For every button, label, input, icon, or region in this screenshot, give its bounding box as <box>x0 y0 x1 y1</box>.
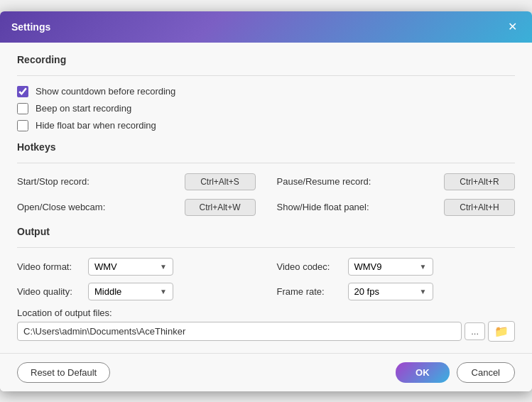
output-label-2: Video quality: <box>17 286 81 297</box>
frame-rate-dropdown[interactable]: 20 fps ▼ <box>348 283 433 300</box>
hotkey-row-3: Show/Hide float panel: Ctrl+Alt+H <box>277 199 516 216</box>
checkbox-beep[interactable] <box>17 103 28 114</box>
output-row-0: Video format: WMV ▼ <box>17 258 256 276</box>
close-button[interactable]: ✕ <box>504 18 521 36</box>
title-bar: Settings ✕ <box>0 11 532 43</box>
reset-button[interactable]: Reset to Default <box>17 362 110 383</box>
video-quality-value: Middle <box>94 286 121 297</box>
checkbox-show-countdown[interactable] <box>17 86 28 97</box>
output-grid: Video format: WMV ▼ Video codec: WMV9 ▼ … <box>17 258 515 300</box>
video-codec-value: WMV9 <box>354 261 382 272</box>
hotkey-badge-2[interactable]: Ctrl+Alt+W <box>185 199 256 216</box>
hotkey-row-2: Open/Close webcam: Ctrl+Alt+W <box>17 199 256 216</box>
checkbox-hide-float[interactable] <box>17 120 28 131</box>
output-label-3: Frame rate: <box>277 286 341 297</box>
checkbox-row-1: Beep on start recording <box>17 103 515 114</box>
settings-content: Recording Show countdown before recordin… <box>0 43 532 353</box>
recording-title: Recording <box>17 54 515 65</box>
recording-divider <box>17 75 515 76</box>
output-label-1: Video codec: <box>277 261 341 272</box>
hotkey-label-3: Show/Hide float panel: <box>277 202 369 212</box>
location-label: Location of output files: <box>17 308 515 318</box>
video-codec-arrow: ▼ <box>420 263 427 271</box>
checkbox-row-2: Hide float bar when recording <box>17 120 515 131</box>
hotkey-row-0: Start/Stop record: Ctrl+Alt+S <box>17 173 256 190</box>
location-input-row: ... 📁 <box>17 321 515 342</box>
footer: Reset to Default OK Cancel <box>0 353 532 391</box>
ok-button[interactable]: OK <box>396 362 450 383</box>
hotkeys-grid: Start/Stop record: Ctrl+Alt+S Pause/Resu… <box>17 173 515 216</box>
video-format-arrow: ▼ <box>160 263 167 271</box>
output-label-0: Video format: <box>17 261 81 272</box>
video-format-value: WMV <box>94 261 117 272</box>
hotkey-badge-1[interactable]: Ctrl+Alt+R <box>444 173 515 190</box>
output-divider <box>17 247 515 248</box>
output-section: Output Video format: WMV ▼ Video codec: … <box>17 226 515 342</box>
hotkeys-title: Hotkeys <box>17 141 515 153</box>
frame-rate-value: 20 fps <box>354 286 379 297</box>
hotkey-row-1: Pause/Resume record: Ctrl+Alt+R <box>277 173 516 190</box>
output-row-3: Frame rate: 20 fps ▼ <box>277 283 516 300</box>
footer-actions: OK Cancel <box>396 362 515 383</box>
hotkey-label-1: Pause/Resume record: <box>277 176 371 187</box>
video-quality-arrow: ▼ <box>160 288 167 295</box>
hotkey-label-2: Open/Close webcam: <box>17 202 105 212</box>
settings-dialog: Settings ✕ Recording Show countdown befo… <box>0 11 532 391</box>
checkbox-label-0: Show countdown before recording <box>36 86 175 97</box>
folder-button[interactable]: 📁 <box>488 321 515 342</box>
video-format-dropdown[interactable]: WMV ▼ <box>88 258 173 276</box>
frame-rate-arrow: ▼ <box>420 288 427 295</box>
location-input[interactable] <box>17 322 462 341</box>
checkbox-label-1: Beep on start recording <box>36 103 131 114</box>
hotkey-badge-0[interactable]: Ctrl+Alt+S <box>185 173 256 190</box>
ellipsis-button[interactable]: ... <box>465 322 485 340</box>
hotkeys-divider <box>17 163 515 163</box>
recording-section: Recording Show countdown before recordin… <box>17 54 515 131</box>
hotkey-label-0: Start/Stop record: <box>17 176 89 187</box>
checkbox-label-2: Hide float bar when recording <box>36 120 156 131</box>
output-title: Output <box>17 226 515 237</box>
video-quality-dropdown[interactable]: Middle ▼ <box>88 283 173 300</box>
output-row-2: Video quality: Middle ▼ <box>17 283 256 300</box>
location-row: Location of output files: ... 📁 <box>17 308 515 342</box>
hotkeys-section: Hotkeys Start/Stop record: Ctrl+Alt+S Pa… <box>17 141 515 216</box>
dialog-title: Settings <box>11 21 50 33</box>
video-codec-dropdown[interactable]: WMV9 ▼ <box>348 258 433 276</box>
output-row-1: Video codec: WMV9 ▼ <box>277 258 516 276</box>
checkbox-row-0: Show countdown before recording <box>17 86 515 97</box>
cancel-button[interactable]: Cancel <box>457 362 515 383</box>
hotkey-badge-3[interactable]: Ctrl+Alt+H <box>444 199 515 216</box>
